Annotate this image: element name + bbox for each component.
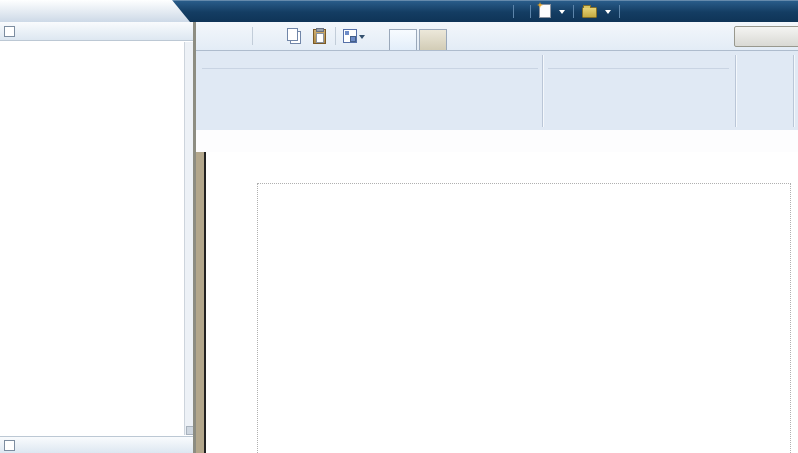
return-button[interactable] xyxy=(734,26,798,47)
ribbon xyxy=(196,50,798,132)
components-row-2 xyxy=(199,100,541,127)
top-banner xyxy=(0,0,798,22)
ribbon-group-title xyxy=(548,52,729,69)
insert-object-button[interactable] xyxy=(343,27,365,45)
menu-separator xyxy=(513,5,514,18)
ribbon-group-separator xyxy=(542,55,544,127)
menu-separator xyxy=(530,5,531,18)
ribbon-group-page-elements xyxy=(545,51,732,131)
page-margin-guide xyxy=(257,183,791,184)
copy-icon xyxy=(287,28,298,41)
ribbon-group-components xyxy=(199,51,541,131)
menu-separator xyxy=(619,5,620,18)
components-panel-header[interactable] xyxy=(0,436,193,453)
open-folder-icon xyxy=(582,7,597,18)
collapse-icon[interactable] xyxy=(4,26,15,37)
tab-page-layout[interactable] xyxy=(419,29,447,50)
ribbon-group-separator xyxy=(735,55,737,127)
sidebar-scrollbar[interactable] xyxy=(184,42,193,435)
chevron-down-icon xyxy=(559,10,565,14)
components-row-1 xyxy=(199,71,541,98)
app-window xyxy=(0,0,798,453)
copy-button[interactable] xyxy=(285,27,303,45)
ribbon-tabs xyxy=(389,29,449,50)
new-document-icon xyxy=(539,4,551,18)
ruler xyxy=(196,130,798,153)
menu-open[interactable] xyxy=(582,5,611,18)
toolbar xyxy=(196,22,798,50)
ribbon-group-separator xyxy=(793,55,795,127)
insert-object-icon xyxy=(343,29,357,43)
redo-button[interactable] xyxy=(227,27,245,45)
design-canvas[interactable] xyxy=(196,152,798,453)
report-title-tab xyxy=(0,0,205,22)
expand-icon[interactable] xyxy=(4,440,15,451)
page-margin-guide xyxy=(790,183,791,453)
toolbar-icon-strip xyxy=(202,26,365,46)
undo-button[interactable] xyxy=(202,27,220,45)
page-elements-row-1 xyxy=(545,71,732,98)
tab-insert[interactable] xyxy=(389,29,417,50)
paste-button[interactable] xyxy=(310,27,328,45)
toolbar-separator xyxy=(335,27,336,45)
data-source-header[interactable] xyxy=(0,22,193,41)
ribbon-group-title xyxy=(202,52,538,69)
toolbar-separator xyxy=(252,27,253,45)
top-menu xyxy=(505,0,628,22)
data-source-tree xyxy=(0,42,185,435)
menu-separator xyxy=(573,5,574,18)
menu-new[interactable] xyxy=(539,4,565,18)
page-edge xyxy=(196,152,206,453)
main-area xyxy=(196,22,798,453)
paste-icon xyxy=(313,29,326,44)
sidebar xyxy=(0,22,194,453)
chevron-down-icon xyxy=(605,10,611,14)
ruler-scale xyxy=(202,130,798,152)
page-elements-row-2 xyxy=(545,100,732,127)
cut-button[interactable] xyxy=(260,27,278,45)
chevron-down-icon xyxy=(359,35,365,39)
page-margin-guide xyxy=(257,183,258,453)
